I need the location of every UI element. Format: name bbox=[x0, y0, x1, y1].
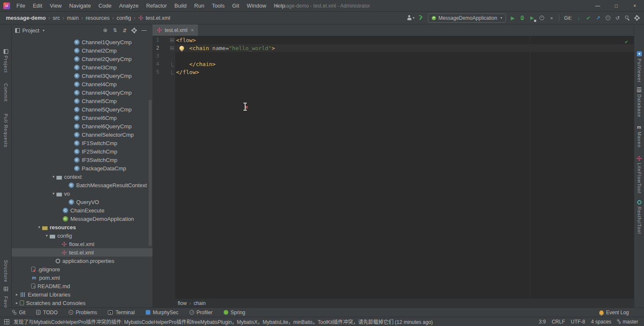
menu-run[interactable]: Run bbox=[190, 0, 208, 11]
git-commit-button[interactable]: ✔ bbox=[585, 14, 591, 22]
fold-collapse-icon[interactable] bbox=[170, 46, 174, 50]
tree-expanded-arrow-icon[interactable]: ▾ bbox=[51, 191, 56, 196]
fold-collapse-icon[interactable] bbox=[170, 38, 174, 42]
tree-item-channel4cmp[interactable]: CChannel4Cmp bbox=[12, 80, 152, 88]
menu-build[interactable]: Build bbox=[171, 0, 190, 11]
code-line-5[interactable]: 5</flow> bbox=[152, 68, 634, 76]
tree-item-scratches-and-consoles[interactable]: ▸Scratches and Consoles bbox=[12, 299, 152, 307]
menu-tools[interactable]: Tools bbox=[208, 0, 228, 11]
line-separator[interactable]: CRLF bbox=[552, 319, 565, 325]
toolwindow-button-commit[interactable]: Commit bbox=[0, 83, 11, 102]
breadcrumb-item-test-el-xml[interactable]: test.el.xml bbox=[137, 15, 171, 21]
tree-item-config[interactable]: ▾config bbox=[12, 231, 152, 240]
indent-config[interactable]: 4 spaces bbox=[591, 319, 611, 325]
tree-collapsed-arrow-icon[interactable]: ▸ bbox=[14, 301, 20, 305]
profiler-button[interactable] bbox=[539, 14, 545, 22]
hide-panel-icon[interactable]: — bbox=[142, 28, 147, 33]
tree-expanded-arrow-icon[interactable]: ▾ bbox=[36, 225, 42, 229]
toolwindow-toggle-icon[interactable] bbox=[4, 319, 9, 324]
stop-button[interactable]: ■ bbox=[548, 14, 554, 22]
tree-item-channelselectorcmp[interactable]: CChannelSelectorCmp bbox=[12, 130, 152, 139]
toolwindow-button-terminal[interactable]: Terminal bbox=[108, 310, 134, 315]
menu-git[interactable]: Git bbox=[228, 0, 243, 11]
breadcrumb-item-main[interactable]: main bbox=[66, 15, 80, 21]
breadcrumb-item-message-demo[interactable]: message-demo bbox=[5, 15, 47, 21]
locate-file-icon[interactable]: ⊕ bbox=[103, 28, 107, 33]
code-editor[interactable]: 1<flow>2 <chain name="hello_world">34 </… bbox=[152, 36, 634, 299]
tree-item-application-properties[interactable]: application.properties bbox=[12, 257, 152, 265]
git-push-button[interactable]: ↗ bbox=[595, 14, 601, 22]
minimize-button[interactable]: — bbox=[588, 0, 607, 12]
toolwindow-button-problems[interactable]: Problems bbox=[69, 310, 97, 315]
tree-item-queryvo[interactable]: CQueryVO bbox=[12, 198, 152, 206]
git-rollback-button[interactable]: ↺ bbox=[615, 14, 620, 22]
search-everywhere-button[interactable] bbox=[624, 14, 630, 22]
run-with-coverage-button[interactable]: ▶ bbox=[529, 14, 535, 22]
menu-analyze[interactable]: Analyze bbox=[115, 0, 142, 11]
toolwindow-button-git[interactable]: Git bbox=[12, 310, 25, 315]
code-line-1[interactable]: 1<flow> bbox=[152, 36, 634, 44]
tree-item-if1switchcmp[interactable]: CIF1SwitchCmp bbox=[12, 139, 152, 147]
toolwindow-button-todo[interactable]: TODO bbox=[36, 310, 57, 315]
tree-item-test-el-xml[interactable]: test.el.xml bbox=[12, 248, 152, 257]
menu-help[interactable]: Help bbox=[270, 0, 289, 11]
menu-refactor[interactable]: Refactor bbox=[142, 0, 171, 11]
menu-window[interactable]: Window bbox=[243, 0, 270, 11]
tree-item-readme-md[interactable]: README.md bbox=[12, 282, 152, 290]
grid-icon[interactable] bbox=[4, 287, 8, 291]
tab-test-el-xml[interactable]: test.el.xml × bbox=[152, 24, 198, 36]
tree-item-channel6cmp[interactable]: CChannel6Cmp bbox=[12, 114, 152, 122]
breadcrumb-item-resources[interactable]: resources bbox=[85, 15, 110, 21]
breadcrumb-item-src[interactable]: src bbox=[52, 15, 61, 21]
toolwindow-button-spring[interactable]: Spring bbox=[224, 310, 246, 315]
tree-item-if3switchcmp[interactable]: CIF3SwitchCmp bbox=[12, 156, 152, 164]
breadcrumb-item-config[interactable]: config bbox=[116, 15, 132, 21]
tree-item-if2switchcmp[interactable]: CIF2SwitchCmp bbox=[12, 147, 152, 156]
debug-button[interactable] bbox=[519, 14, 525, 22]
tree-item-messagedemoapplication[interactable]: CMessageDemoApplication bbox=[12, 215, 152, 223]
tree-item-channel5cmp[interactable]: CChannel5Cmp bbox=[12, 97, 152, 105]
project-tool-window-icon[interactable] bbox=[3, 49, 8, 54]
maximize-button[interactable]: □ bbox=[607, 0, 625, 12]
event-log-button[interactable]: Event Log bbox=[599, 310, 629, 315]
menu-navigate[interactable]: Navigate bbox=[65, 0, 94, 11]
run-button[interactable]: ▶ bbox=[510, 14, 516, 22]
intention-bulb-icon[interactable] bbox=[179, 46, 184, 50]
git-history-button[interactable] bbox=[605, 14, 611, 22]
tree-item-channel3querycmp[interactable]: CChannel3QueryCmp bbox=[12, 72, 152, 80]
code-line-4[interactable]: 4 </chain> bbox=[152, 60, 634, 68]
tree-item-gitignore[interactable]: .gitignore bbox=[12, 265, 152, 273]
file-encoding[interactable]: UTF-8 bbox=[571, 319, 585, 325]
tree-item-channel1querycmp[interactable]: CChannel1QueryCmp bbox=[12, 38, 152, 46]
toolwindow-button-psiviewer[interactable]: PsiViewer bbox=[634, 51, 644, 83]
close-tab-icon[interactable]: × bbox=[191, 27, 194, 33]
menu-code[interactable]: Code bbox=[95, 0, 115, 11]
project-panel-title[interactable]: Project bbox=[22, 27, 39, 34]
editor-breadcrumb-chain[interactable]: chain bbox=[193, 300, 207, 306]
quick-fix-button[interactable] bbox=[418, 14, 424, 22]
tree-expanded-arrow-icon[interactable]: ▾ bbox=[51, 175, 56, 179]
menu-edit[interactable]: Edit bbox=[29, 0, 46, 11]
code-line-2[interactable]: 2 <chain name="hello_world"> bbox=[152, 44, 634, 52]
toolwindow-button-project[interactable]: Project bbox=[0, 56, 11, 73]
tree-item-channel3cmp[interactable]: CChannel3Cmp bbox=[12, 63, 152, 72]
tree-item-pom-xml[interactable]: mpom.xml bbox=[12, 273, 152, 282]
tree-item-channel6querycmp[interactable]: CChannel6QueryCmp bbox=[12, 122, 152, 130]
toolwindow-button-maven[interactable]: mMaven bbox=[634, 125, 644, 148]
toolwindow-button-profiler[interactable]: Profiler bbox=[190, 310, 213, 315]
panel-settings-gear-icon[interactable] bbox=[132, 29, 136, 32]
tree-item-context[interactable]: ▾context bbox=[12, 172, 152, 181]
tree-collapsed-arrow-icon[interactable]: ▸ bbox=[14, 292, 20, 297]
tree-item-external-libraries[interactable]: ▸External Libraries bbox=[12, 290, 152, 299]
tree-item-channel2cmp[interactable]: CChannel2Cmp bbox=[12, 46, 152, 55]
git-branch-widget[interactable]: master bbox=[617, 319, 638, 325]
close-button[interactable]: × bbox=[625, 0, 644, 12]
toolwindow-button-murphysec[interactable]: MurphySec bbox=[146, 310, 179, 315]
settings-button[interactable] bbox=[634, 14, 640, 22]
code-line-3[interactable]: 3 bbox=[152, 52, 634, 60]
collapse-all-icon[interactable]: ⇅ bbox=[123, 28, 127, 33]
tree-item-packagedatacmp[interactable]: CPackageDataCmp bbox=[12, 164, 152, 172]
tree-item-flow-el-xml[interactable]: flow.el.xml bbox=[12, 240, 152, 248]
tree-item-resources[interactable]: ▾resources bbox=[12, 223, 152, 231]
tree-item-channel2querycmp[interactable]: CChannel2QueryCmp bbox=[12, 55, 152, 63]
